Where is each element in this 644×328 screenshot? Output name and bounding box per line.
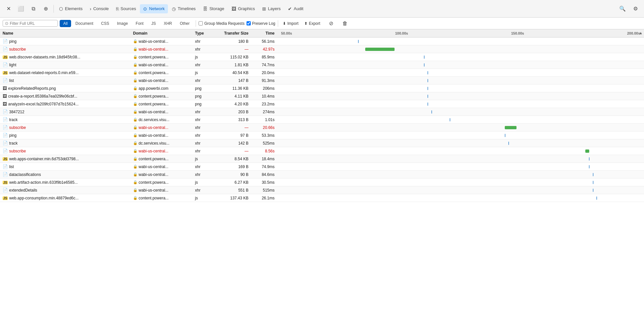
file-type-icon: JS [3, 195, 8, 200]
timeline-collapse-button[interactable]: ▲ [639, 31, 643, 35]
table-row[interactable]: 🖼exploreRelatedReports.png🔒app.powerbi.c… [0, 85, 644, 92]
timeline-line [589, 165, 590, 168]
row-name-text: analyzeIn-excel.fa209fc0787d7b15624... [8, 102, 79, 106]
cell-time: 56.1ms [251, 38, 277, 45]
table-row[interactable]: 📄ping🔒wabi-us-central...xhr180 B56.1ms [0, 38, 644, 45]
filter-btn-xhr[interactable]: XHR [160, 20, 175, 27]
filter-btn-font[interactable]: Font [132, 20, 147, 27]
filter-btn-document[interactable]: Document [72, 20, 97, 27]
col-header-timeline[interactable]: 50.00s 100.00s 150.00s 200.00s ▲ [277, 29, 644, 38]
lock-icon: 🔒 [133, 188, 138, 192]
timeline-line [593, 189, 593, 192]
toolbar-tab-layers[interactable]: ⊞Layers [259, 4, 284, 13]
toolbar-tab-sources[interactable]: ⎘Sources [113, 4, 140, 13]
table-row[interactable]: JSweb.discover-datasets.min.18d945fc08..… [0, 53, 644, 61]
toolbar-tab-audit[interactable]: ✔Audit [285, 4, 307, 13]
file-type-icon: 🖼 [3, 94, 7, 99]
filter-btn-other[interactable]: Other [176, 20, 193, 27]
table-row[interactable]: JSweb.apps-container.min.6d753dd3798...🔒… [0, 155, 644, 163]
row-name-text: light [9, 63, 16, 67]
toolbar-tab-storage[interactable]: 🗄Storage [200, 4, 228, 13]
timeline-tick-1: 50.00s [281, 31, 292, 35]
table-row[interactable]: 📄list🔒wabi-us-central...xhr169 B74.9ms [0, 163, 644, 171]
timeline-bar-container [277, 93, 644, 100]
search-button[interactable]: 🔍 [617, 3, 628, 15]
settings-button[interactable]: ⚙ [630, 3, 641, 15]
table-row[interactable]: 🖼analyzeIn-excel.fa209fc0787d7b15624...🔒… [0, 100, 644, 108]
col-header-time[interactable]: Time [251, 29, 277, 38]
filter-off-button[interactable]: ⊘ [325, 18, 337, 29]
preserve-log-label[interactable]: Preserve Log [247, 21, 275, 26]
file-type-icon: 🖼 [3, 86, 7, 91]
cell-name: 📄light [0, 61, 130, 69]
table-row[interactable]: 📄ping🔒wabi-us-central...xhr97 B53.3ms [0, 132, 644, 139]
table-row[interactable]: JSweb.dataset-related-reports.0.min.e59.… [0, 69, 644, 77]
network-table-scroll[interactable]: Name Domain Type Transfer Size Time 50.0… [0, 29, 644, 327]
toolbar-tab-graphics[interactable]: 🖼Graphics [228, 4, 258, 13]
table-row[interactable]: 📄list🔒wabi-us-central...xhr147 B91.3ms [0, 77, 644, 85]
cell-name: 📄subscribe [0, 45, 130, 53]
cell-time: 274ms [251, 108, 277, 116]
table-row[interactable]: 📄track🔒dc.services.visu...xhr142 B525ms [0, 139, 644, 147]
cell-timeline [277, 108, 644, 116]
cell-domain: 🔒wabi-us-central... [130, 108, 192, 116]
preserve-log-checkbox[interactable] [247, 21, 251, 25]
timeline-bar-container [277, 140, 644, 147]
filter-input[interactable] [10, 21, 55, 26]
timeline-bar-container [277, 69, 644, 76]
cell-time: 42.97s [251, 45, 277, 53]
toolbar-tab-timelines[interactable]: ◷Timelines [169, 4, 199, 13]
close-button[interactable]: ✕ [3, 3, 14, 15]
cell-name: 📄list [0, 163, 130, 171]
lock-icon: 🔒 [133, 149, 138, 153]
timeline-bar-container [277, 148, 644, 155]
table-row[interactable]: JSweb.app-consumption.min.48879ed6c...🔒c… [0, 194, 644, 202]
timeline-line [593, 181, 593, 184]
cell-type: xhr [192, 61, 215, 69]
table-row[interactable]: 📄3847212🔒wabi-us-central...xhr203 B274ms [0, 108, 644, 116]
col-header-size[interactable]: Transfer Size [215, 29, 251, 38]
table-row[interactable]: 📄light🔒wabi-us-central...xhr1.81 KB74.7m… [0, 61, 644, 69]
filter-btn-js[interactable]: JS [148, 20, 159, 27]
toolbar-tab-elements[interactable]: ⬡Elements [56, 4, 86, 13]
dock-button[interactable]: ⬜ [15, 3, 27, 15]
cell-domain: 🔒wabi-us-central... [130, 77, 192, 85]
table-row[interactable]: JSweb.artifact-action.min.633f9b1e6585..… [0, 179, 644, 186]
timeline-bar-container [277, 108, 644, 116]
row-name-text: extendedDetails [9, 188, 37, 193]
dock2-button[interactable]: ⧉ [27, 3, 39, 15]
target-button[interactable]: ⊕ [40, 3, 52, 15]
table-row[interactable]: 📄subscribe🔒wabi-us-central...xhr—42.97s [0, 45, 644, 53]
group-media-checkbox[interactable] [199, 21, 203, 25]
cell-type: xhr [192, 163, 215, 171]
cell-size: 180 B [215, 38, 251, 45]
toolbar-tabs: ⬡Elements›Console⎘Sources⊙Network◷Timeli… [56, 4, 307, 13]
lock-icon: 🔒 [133, 196, 138, 200]
toolbar-tab-console[interactable]: ›Console [86, 4, 112, 13]
lock-icon: 🔒 [133, 125, 138, 130]
cell-time: 20.66s [251, 124, 277, 132]
export-button[interactable]: ⬆ Export [302, 20, 322, 27]
toolbar-tab-network[interactable]: ⊙Network [140, 4, 168, 13]
col-header-domain[interactable]: Domain [130, 29, 192, 38]
filter-btn-all[interactable]: All [60, 20, 71, 27]
col-header-name[interactable]: Name [0, 29, 130, 38]
time-value: 20.66s [263, 125, 275, 130]
filter-btn-css[interactable]: CSS [97, 20, 113, 27]
size-dash: — [245, 149, 248, 153]
table-row[interactable]: 📄subscribe🔒wabi-us-central...xhr—20.66s [0, 124, 644, 132]
filter-btn-image[interactable]: Image [113, 20, 131, 27]
table-row[interactable]: 📄extendedDetails🔒wabi-us-central...xhr55… [0, 186, 644, 194]
cell-name: JSweb.artifact-action.min.633f9b1e6585..… [0, 179, 130, 186]
table-row[interactable]: 📄track🔒dc.services.visu...xhr313 B1.01s [0, 116, 644, 124]
cell-timeline [277, 85, 644, 92]
group-media-label[interactable]: Group Media Requests [199, 21, 244, 26]
toolbar-separator [53, 5, 54, 13]
import-button[interactable]: ⬇ Import [281, 20, 300, 27]
col-header-type[interactable]: Type [192, 29, 215, 38]
table-row[interactable]: 📄subscribe🔒wabi-us-central...xhr—8.56s [0, 147, 644, 155]
table-row[interactable]: 🖼create-a-report.85386a7ea029fe06cbf...🔒… [0, 92, 644, 100]
clear-button[interactable]: 🗑 [339, 18, 351, 29]
toolbar-right: 🔍 ⚙ [617, 3, 641, 15]
table-row[interactable]: 📄dataclassifications🔒wabi-us-central...x… [0, 171, 644, 179]
